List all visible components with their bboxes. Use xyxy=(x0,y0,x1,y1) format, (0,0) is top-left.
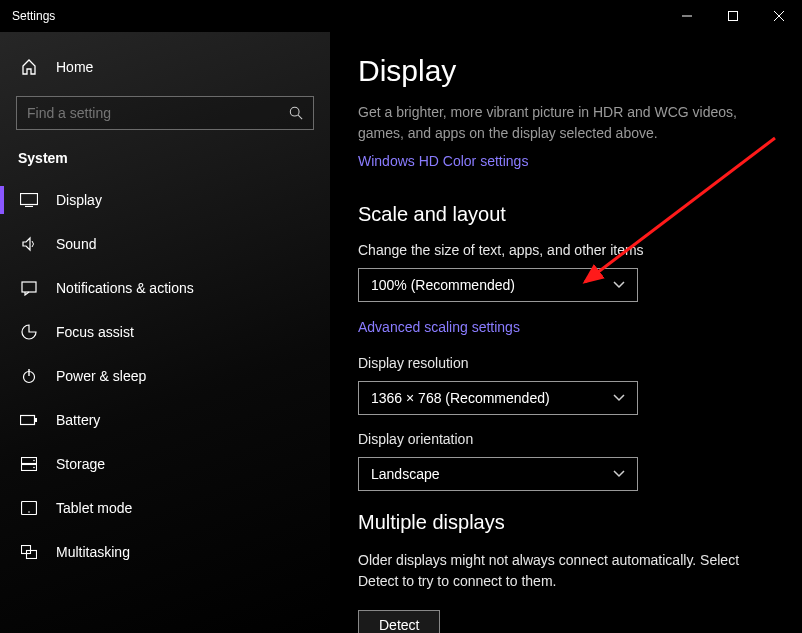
svg-line-5 xyxy=(298,115,302,119)
sidebar-item-sound[interactable]: Sound xyxy=(0,222,330,266)
svg-point-18 xyxy=(28,511,30,513)
resolution-label: Display resolution xyxy=(358,355,774,371)
sidebar-item-label: Tablet mode xyxy=(56,500,132,516)
sidebar-item-label: Sound xyxy=(56,236,96,252)
scale-heading: Scale and layout xyxy=(358,203,774,226)
main-panel: Display Get a brighter, more vibrant pic… xyxy=(330,32,802,633)
sidebar-item-label: Focus assist xyxy=(56,324,134,340)
text-size-value: 100% (Recommended) xyxy=(371,277,515,293)
sidebar-item-label: Display xyxy=(56,192,102,208)
search-icon xyxy=(289,106,303,120)
svg-rect-11 xyxy=(21,416,35,425)
multitasking-icon xyxy=(20,543,38,561)
close-button[interactable] xyxy=(756,0,802,32)
sidebar-item-storage[interactable]: Storage xyxy=(0,442,330,486)
hdr-description: Get a brighter, more vibrant picture in … xyxy=(358,102,774,144)
sidebar-item-notifications[interactable]: Notifications & actions xyxy=(0,266,330,310)
svg-point-16 xyxy=(33,467,35,469)
maximize-button[interactable] xyxy=(710,0,756,32)
multi-displays-heading: Multiple displays xyxy=(358,511,774,534)
minimize-button[interactable] xyxy=(664,0,710,32)
sidebar-item-label: Storage xyxy=(56,456,105,472)
category-label: System xyxy=(0,144,330,178)
tablet-icon xyxy=(20,499,38,517)
svg-point-15 xyxy=(33,460,35,462)
power-icon xyxy=(20,367,38,385)
svg-rect-6 xyxy=(21,194,38,205)
sidebar-item-label: Power & sleep xyxy=(56,368,146,384)
home-label: Home xyxy=(56,59,93,75)
text-size-label: Change the size of text, apps, and other… xyxy=(358,242,774,258)
advanced-scaling-link[interactable]: Advanced scaling settings xyxy=(358,319,520,335)
sidebar-item-display[interactable]: Display xyxy=(0,178,330,222)
window-controls xyxy=(664,0,802,32)
chevron-down-icon xyxy=(613,470,625,478)
sound-icon xyxy=(20,235,38,253)
sidebar-item-battery[interactable]: Battery xyxy=(0,398,330,442)
focus-assist-icon xyxy=(20,323,38,341)
battery-icon xyxy=(20,411,38,429)
page-title: Display xyxy=(358,54,774,88)
svg-point-4 xyxy=(290,107,299,116)
search-input-wrap[interactable] xyxy=(16,96,314,130)
sidebar-item-focus-assist[interactable]: Focus assist xyxy=(0,310,330,354)
sidebar-item-power-sleep[interactable]: Power & sleep xyxy=(0,354,330,398)
svg-rect-20 xyxy=(27,551,37,559)
text-size-dropdown[interactable]: 100% (Recommended) xyxy=(358,268,638,302)
home-button[interactable]: Home xyxy=(0,48,330,86)
sidebar-item-label: Notifications & actions xyxy=(56,280,194,296)
window-title: Settings xyxy=(12,9,55,23)
title-bar: Settings xyxy=(0,0,802,32)
hdr-settings-link[interactable]: Windows HD Color settings xyxy=(358,153,528,169)
sidebar: Home System Display Sound xyxy=(0,32,330,633)
detect-button[interactable]: Detect xyxy=(358,610,440,633)
sidebar-item-multitasking[interactable]: Multitasking xyxy=(0,530,330,574)
storage-icon xyxy=(20,455,38,473)
home-icon xyxy=(20,58,38,76)
orientation-label: Display orientation xyxy=(358,431,774,447)
svg-rect-1 xyxy=(729,12,738,21)
multi-displays-text: Older displays might not always connect … xyxy=(358,550,774,592)
sidebar-item-tablet-mode[interactable]: Tablet mode xyxy=(0,486,330,530)
orientation-dropdown[interactable]: Landscape xyxy=(358,457,638,491)
svg-rect-12 xyxy=(35,418,37,422)
nav-list: Display Sound Notifications & actions Fo… xyxy=(0,178,330,633)
orientation-value: Landscape xyxy=(371,466,440,482)
chevron-down-icon xyxy=(613,394,625,402)
search-input[interactable] xyxy=(27,105,289,121)
sidebar-item-label: Multitasking xyxy=(56,544,130,560)
resolution-value: 1366 × 768 (Recommended) xyxy=(371,390,550,406)
notifications-icon xyxy=(20,279,38,297)
sidebar-item-label: Battery xyxy=(56,412,100,428)
display-icon xyxy=(20,191,38,209)
svg-rect-8 xyxy=(22,282,36,292)
resolution-dropdown[interactable]: 1366 × 768 (Recommended) xyxy=(358,381,638,415)
chevron-down-icon xyxy=(613,281,625,289)
